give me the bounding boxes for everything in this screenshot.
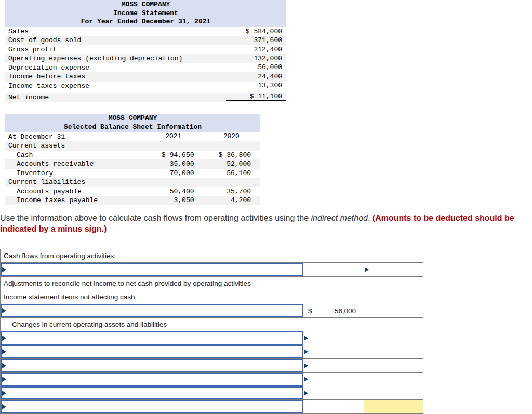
input-marker-icon bbox=[2, 336, 6, 341]
worksheet-label: Income statement items not affecting cas… bbox=[1, 293, 135, 301]
worksheet-description-cell: Cash flows from operating activities: bbox=[1, 249, 303, 263]
worksheet-input-cell bbox=[1, 359, 303, 372]
worksheet-label: Changes in current operating assets and … bbox=[1, 320, 167, 328]
amount-2021: $ 94,650 bbox=[144, 151, 203, 159]
worksheet-input-cell bbox=[1, 373, 303, 386]
income-statement-row: Net income$ 11,100 bbox=[5, 93, 286, 102]
income-statement-row: Sales$ 584,000 bbox=[5, 27, 286, 36]
input-marker-icon bbox=[304, 336, 308, 341]
worksheet-row bbox=[1, 373, 423, 386]
amount-input-cell[interactable] bbox=[303, 331, 364, 345]
filled-amount: 56,000 bbox=[335, 307, 356, 315]
line-item-label: Accounts receivable bbox=[5, 160, 144, 168]
worksheet-row: Cash flows from operating activities: bbox=[1, 249, 423, 263]
answer-input[interactable] bbox=[1, 345, 303, 358]
worksheet-total-cell bbox=[364, 373, 423, 386]
worksheet-amount-cell: $56,000 bbox=[303, 304, 364, 318]
amount-input-cell[interactable] bbox=[303, 345, 364, 359]
amount-input-cell[interactable] bbox=[303, 386, 364, 400]
income-statement-row: Income before taxes24,400 bbox=[5, 72, 286, 82]
worksheet-input-cell bbox=[1, 304, 303, 318]
line-item-amount: 212,400 bbox=[226, 45, 286, 55]
statement-period: For Year Ended December 31, 2021 bbox=[5, 18, 286, 26]
worksheet-row bbox=[1, 400, 423, 413]
company-name: MOSS COMPANY bbox=[5, 1, 286, 9]
statement-title: Income Statement bbox=[5, 9, 286, 18]
line-item-label: Current liabilities bbox=[5, 178, 144, 186]
balance-sheet-column-header-row: At December 31 2021 2020 bbox=[5, 132, 260, 141]
worksheet-amount-cell bbox=[303, 318, 364, 331]
input-marker-icon bbox=[2, 308, 6, 313]
balance-sheet-row: Accounts receivable35,00052,000 bbox=[5, 159, 260, 169]
worksheet-total-cell bbox=[364, 331, 423, 345]
worksheet-description-cell: Changes in current operating assets and … bbox=[1, 318, 303, 331]
income-statement-row: Gross profit212,400 bbox=[5, 45, 286, 55]
worksheet-amount-cell bbox=[303, 249, 364, 263]
balance-sheet-row: Cash$ 94,650$ 36,800 bbox=[5, 151, 260, 160]
line-item-label: Income taxes payable bbox=[5, 196, 144, 204]
amount-input-cell[interactable] bbox=[364, 263, 423, 276]
balance-sheet-rows: Current assetsCash$ 94,650$ 36,800Accoun… bbox=[5, 141, 260, 205]
amount-input-cell[interactable] bbox=[303, 359, 364, 372]
worksheet-amount-cell bbox=[303, 290, 364, 304]
amount-2020: 4,200 bbox=[203, 196, 261, 204]
line-item-label: Depreciation expense bbox=[5, 64, 226, 72]
input-marker-icon bbox=[365, 267, 369, 272]
currency-symbol: $ bbox=[308, 307, 312, 315]
amount-2021: 3,050 bbox=[144, 196, 203, 204]
income-statement-row: Income taxes expense13,300 bbox=[5, 82, 286, 91]
answer-input[interactable] bbox=[1, 400, 303, 413]
input-marker-icon bbox=[304, 349, 308, 354]
line-item-amount: 56,000 bbox=[226, 63, 286, 73]
balance-sheet-row: Inventory70,00056,100 bbox=[5, 169, 260, 178]
answer-input[interactable] bbox=[1, 331, 303, 344]
answer-input[interactable] bbox=[1, 386, 303, 399]
worksheet-total-cell bbox=[364, 359, 423, 372]
worksheet-label: Adjustments to reconcile net income to n… bbox=[1, 279, 251, 287]
answer-input[interactable] bbox=[1, 304, 303, 317]
amount-2021: 50,400 bbox=[144, 188, 203, 195]
instruction-text: Use the information above to calculate c… bbox=[0, 212, 531, 234]
line-item-label: Inventory bbox=[5, 169, 144, 177]
answer-input[interactable] bbox=[1, 373, 303, 386]
instruction-normal: Use the information above to calculate c… bbox=[0, 213, 311, 222]
worksheet-row bbox=[1, 345, 423, 359]
input-marker-icon bbox=[304, 377, 308, 382]
answer-input[interactable] bbox=[1, 263, 303, 276]
worksheet-amount-cell bbox=[303, 277, 364, 290]
instruction-period: . bbox=[368, 213, 373, 222]
company-name: MOSS COMPANY bbox=[5, 114, 260, 123]
year-2020-header: 2020 bbox=[203, 132, 261, 140]
worksheet-row: $56,000 bbox=[1, 304, 423, 318]
line-item-amount: $ 11,100 bbox=[226, 93, 286, 102]
line-item-amount: 371,600 bbox=[226, 36, 286, 45]
worksheet-input-cell bbox=[1, 386, 303, 400]
statement-title: Selected Balance Sheet Information bbox=[5, 123, 260, 132]
amount-input-cell[interactable] bbox=[303, 373, 364, 386]
instruction-italic: indirect method bbox=[311, 213, 368, 222]
input-marker-icon bbox=[2, 363, 6, 368]
line-item-label: Sales bbox=[5, 28, 226, 35]
input-marker-icon bbox=[2, 267, 6, 272]
amount-2020: 52,000 bbox=[203, 160, 261, 168]
worksheet-row bbox=[1, 386, 423, 400]
balance-sheet: MOSS COMPANY Selected Balance Sheet Info… bbox=[5, 114, 260, 205]
answer-input[interactable] bbox=[1, 359, 303, 372]
balance-sheet-row: Accounts payable50,40035,700 bbox=[5, 187, 260, 196]
worksheet-label: Cash flows from operating activities: bbox=[1, 252, 116, 260]
year-2021-header: 2021 bbox=[144, 132, 203, 140]
input-marker-icon bbox=[304, 391, 308, 396]
input-marker-icon bbox=[2, 349, 6, 354]
income-statement-rows: Sales$ 584,000Cost of goods sold371,600G… bbox=[5, 27, 286, 102]
worksheet-input-cell bbox=[1, 331, 303, 345]
income-statement-row: Cost of goods sold371,600 bbox=[5, 36, 286, 45]
worksheet-total-cell bbox=[364, 345, 423, 359]
highlighted-total-cell bbox=[364, 400, 423, 413]
income-statement-row: Operating expenses (excluding depreciati… bbox=[5, 54, 286, 63]
line-item-label: Cost of goods sold bbox=[5, 36, 226, 44]
year-columns: 2021 2020 bbox=[144, 132, 260, 141]
worksheet-total-cell bbox=[364, 304, 423, 318]
input-marker-icon bbox=[304, 363, 308, 368]
worksheet-total-cell bbox=[364, 290, 423, 304]
amount-2021: 70,000 bbox=[144, 169, 203, 177]
